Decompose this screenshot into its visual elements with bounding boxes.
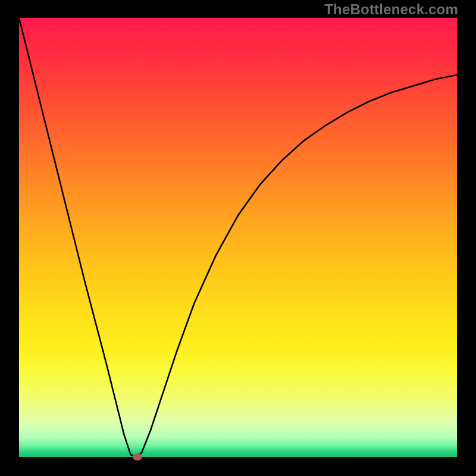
bottleneck-curve [19, 18, 457, 457]
chart-frame: TheBottleneck.com [0, 0, 476, 476]
plot-area [19, 18, 457, 457]
watermark-text: TheBottleneck.com [324, 1, 458, 18]
curve-svg [19, 18, 457, 457]
minimum-marker [133, 453, 142, 461]
